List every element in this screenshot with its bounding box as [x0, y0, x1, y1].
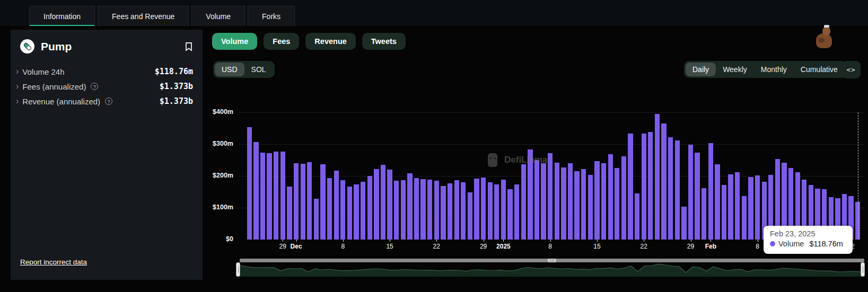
- currency-option-usd[interactable]: USD: [215, 63, 244, 76]
- bar: [407, 173, 412, 240]
- metric-label: ›Revenue (annualized)?: [16, 97, 112, 106]
- bar: [688, 145, 693, 240]
- bar: [755, 175, 760, 240]
- axis-label: 22: [433, 243, 440, 250]
- bar: [474, 179, 479, 240]
- info-icon[interactable]: ?: [91, 83, 98, 90]
- tooltip-date: Feb 23, 2025: [770, 229, 846, 238]
- y-axis-label: $300m: [208, 140, 233, 147]
- axis-label: 15: [593, 243, 600, 250]
- chevron-right-icon: ›: [16, 67, 19, 76]
- currency-option-sol[interactable]: SOL: [244, 63, 273, 76]
- chart-tooltip: Feb 23, 2025 Volume $118.76m: [764, 226, 853, 254]
- bar: [253, 142, 258, 240]
- bar: [681, 207, 686, 240]
- bar: [427, 180, 432, 240]
- y-axis-label: $200m: [208, 172, 233, 179]
- axis-tick: [343, 240, 344, 242]
- brush-mini-chart[interactable]: [240, 263, 864, 277]
- bar: [481, 178, 486, 240]
- bar: [574, 171, 579, 240]
- axis-label: 8: [756, 243, 759, 250]
- bar: [361, 182, 365, 240]
- bar: [394, 181, 399, 240]
- bar: [280, 152, 285, 240]
- tab-forks[interactable]: Forks: [248, 6, 295, 26]
- metric-row-revenue-annualized-[interactable]: ›Revenue (annualized)?$1.373b: [11, 94, 203, 109]
- bar: [287, 187, 292, 240]
- axis-tick: [436, 240, 437, 242]
- interval-option-daily[interactable]: Daily: [686, 63, 716, 76]
- bar: [615, 168, 619, 240]
- axis-tick: [283, 240, 283, 242]
- bar: [441, 186, 445, 240]
- tooltip-series-row: Volume $118.76m: [770, 240, 846, 248]
- bar: [420, 179, 425, 240]
- metric-label-text: Revenue (annualized): [22, 97, 100, 106]
- tab-fees-and-revenue[interactable]: Fees and Revenue: [98, 6, 189, 26]
- info-icon[interactable]: ?: [105, 98, 112, 105]
- brush-right-handle[interactable]: [861, 262, 865, 277]
- bar: [608, 154, 613, 240]
- bar: [468, 192, 472, 240]
- axis-tick: [691, 240, 691, 242]
- axis-label: 29: [279, 243, 286, 250]
- axis-label: 15: [386, 243, 393, 250]
- metric-value: $1.373b: [160, 82, 193, 91]
- metric-row-volume-24h[interactable]: ›Volume 24h$118.76m: [11, 64, 203, 79]
- interval-option-weekly[interactable]: Weekly: [716, 63, 754, 76]
- bar: [320, 164, 325, 240]
- embed-chart-button[interactable]: <>: [841, 61, 861, 78]
- bar: [561, 167, 566, 240]
- bar: [507, 189, 512, 240]
- protocol-header: Pump: [11, 30, 203, 59]
- tab-information[interactable]: Information: [29, 6, 95, 26]
- interval-option-cumulative[interactable]: Cumulative: [794, 63, 845, 76]
- metric-value: $1.373b: [160, 96, 193, 106]
- scrollbar-grip[interactable]: [548, 259, 556, 262]
- bar: [354, 184, 358, 240]
- chevron-right-icon: ›: [16, 82, 19, 91]
- tooltip-series-name: Volume: [778, 240, 804, 248]
- chart-zoom-scrollbar[interactable]: [240, 259, 864, 262]
- y-axis-label: $0: [208, 235, 233, 243]
- interval-option-monthly[interactable]: Monthly: [754, 63, 794, 76]
- bar: [581, 169, 586, 240]
- bar: [454, 180, 459, 240]
- bar: [661, 123, 666, 240]
- axis-label: Feb: [705, 243, 716, 250]
- bar: [367, 176, 372, 240]
- bar: [401, 180, 406, 240]
- bar: [548, 153, 553, 240]
- bar: [588, 175, 593, 240]
- axis-label: 8: [548, 243, 552, 250]
- revenue-chart-button[interactable]: Revenue: [305, 33, 355, 50]
- tweets-chart-button[interactable]: Tweets: [362, 33, 406, 50]
- y-axis-label: $400m: [208, 108, 233, 116]
- bar: [541, 163, 546, 240]
- brush-left-handle[interactable]: [236, 262, 240, 277]
- bar: [648, 132, 653, 240]
- tab-volume[interactable]: Volume: [191, 6, 245, 26]
- metric-list: ›Volume 24h$118.76m›Fees (annualized)?$1…: [11, 64, 203, 109]
- axis-tick: [758, 240, 758, 242]
- fees-chart-button[interactable]: Fees: [264, 33, 299, 50]
- bar: [488, 182, 493, 240]
- bar: [594, 161, 599, 240]
- report-incorrect-data-link[interactable]: Report incorrect data: [20, 258, 87, 266]
- metric-row-fees-annualized-[interactable]: ›Fees (annualized)?$1.373b: [11, 79, 203, 94]
- bookmark-icon[interactable]: [183, 41, 194, 52]
- bar: [628, 134, 633, 240]
- bar: [514, 184, 519, 240]
- bar: [735, 172, 740, 240]
- bar: [247, 127, 252, 240]
- volume-bar-chart[interactable]: [246, 112, 861, 240]
- axis-tick: [550, 240, 551, 242]
- y-axis-label: $100m: [208, 203, 233, 211]
- series-dot-icon: [770, 241, 775, 246]
- chart-metric-buttons: VolumeFeesRevenueTweets: [212, 33, 406, 50]
- bar: [728, 174, 733, 240]
- volume-chart-button[interactable]: Volume: [212, 33, 257, 50]
- chevron-right-icon: ›: [16, 97, 19, 105]
- bar: [555, 163, 559, 240]
